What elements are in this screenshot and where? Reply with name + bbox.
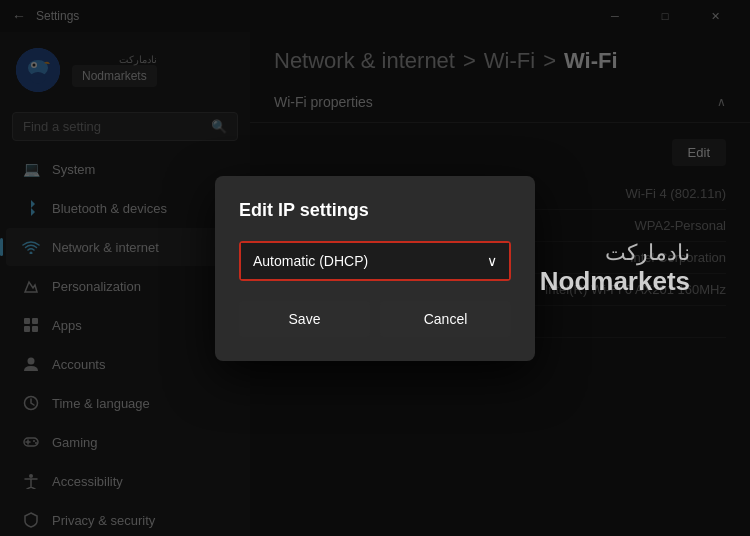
- dropdown-value: Automatic (DHCP): [253, 253, 368, 269]
- dialog-buttons: Save Cancel: [239, 301, 511, 337]
- save-button[interactable]: Save: [239, 301, 370, 337]
- cancel-button[interactable]: Cancel: [380, 301, 511, 337]
- chevron-down-icon: ∨: [487, 253, 497, 269]
- ip-type-dropdown[interactable]: Automatic (DHCP) ∨: [241, 243, 509, 279]
- dialog-title: Edit IP settings: [239, 200, 511, 221]
- edit-ip-dialog: Edit IP settings Automatic (DHCP) ∨ Save…: [215, 176, 535, 361]
- modal-overlay: Edit IP settings Automatic (DHCP) ∨ Save…: [0, 0, 750, 536]
- dropdown-wrapper: Automatic (DHCP) ∨: [239, 241, 511, 281]
